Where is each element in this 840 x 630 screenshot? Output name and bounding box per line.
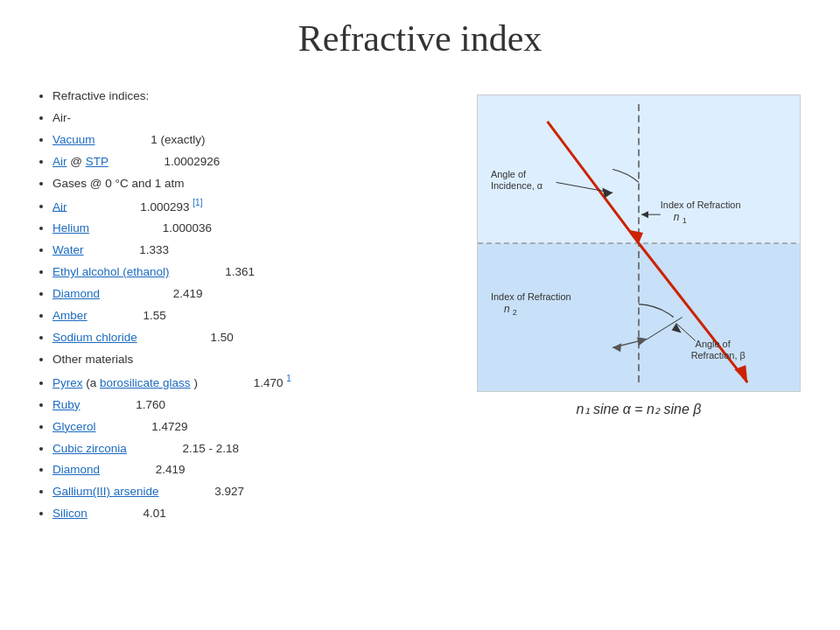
refractive-index-list: Refractive indices: Air- Vacuum 1 (exact… <box>35 86 455 525</box>
svg-text:Incidence, α: Incidence, α <box>491 180 542 191</box>
page-title: Refractive index <box>35 18 805 60</box>
svg-text:Angle of: Angle of <box>491 169 527 179</box>
ethyl-value: 1.361 <box>225 262 255 284</box>
gallium-arsenide-link[interactable]: Gallium(III) arsenide <box>52 485 159 498</box>
snells-law-formula: n₁ sine α = n₂ sine β <box>577 401 702 417</box>
list-item-gases: Gases @ 0 °C and 1 atm <box>52 173 455 195</box>
air-stp-value: 1.0002926 <box>164 151 220 173</box>
list-item-silicon: Silicon 4.01 <box>52 503 455 525</box>
list-item-gallium-arsenide: Gallium(III) arsenide 3.927 <box>52 481 455 503</box>
svg-text:Angle of: Angle of <box>696 339 732 349</box>
sodium-chloride-link[interactable]: Sodium chloride <box>52 331 137 344</box>
pyrex-link[interactable]: Pyrex <box>52 376 83 389</box>
amber-link[interactable]: Amber <box>52 309 88 322</box>
ethyl-link[interactable]: Ethyl alcohol (ethanol) <box>52 265 170 278</box>
air-link[interactable]: Air <box>52 155 67 168</box>
sodium-chloride-value: 1.50 <box>211 327 234 349</box>
diamond1-value: 2.419 <box>173 284 203 305</box>
left-panel: Refractive indices: Air- Vacuum 1 (exact… <box>35 86 455 525</box>
svg-text:Refraction, β: Refraction, β <box>691 350 746 360</box>
helium-value: 1.000036 <box>163 218 212 240</box>
diamond1-link[interactable]: Diamond <box>52 287 100 300</box>
amber-value: 1.55 <box>144 305 166 327</box>
ruby-value: 1.760 <box>136 395 165 416</box>
glycerol-value: 1.4729 <box>151 416 187 438</box>
gallium-arsenide-value: 3.927 <box>214 481 244 503</box>
list-item-vacuum: Vacuum 1 (exactly) <box>52 130 455 151</box>
refraction-diagram: Angle of Incidence, α Index of Refractio… <box>477 94 801 392</box>
other-materials-text: Other materials <box>52 353 133 366</box>
list-item-cubic-zirconia: Cubic zirconia 2.15 - 2.18 <box>52 438 455 460</box>
stp-link[interactable]: STP <box>86 155 108 168</box>
air-gas-link[interactable]: Air <box>52 200 67 213</box>
list-item-pyrex: Pyrex (a borosilicate glass ) 1.470 1 <box>52 371 455 394</box>
list-item-ruby: Ruby 1.760 <box>52 395 455 416</box>
right-panel: Angle of Incidence, α Index of Refractio… <box>472 86 805 525</box>
pyrex-paren-open: (a <box>86 376 100 389</box>
diamond2-value: 2.419 <box>156 459 186 481</box>
list-item-amber: Amber 1.55 <box>52 305 455 327</box>
at-symbol: @ <box>70 155 85 168</box>
glycerol-link[interactable]: Glycerol <box>52 420 96 433</box>
cubic-zirconia-value: 2.15 - 2.18 <box>183 438 240 460</box>
pyrex-paren-close: ) <box>193 376 198 389</box>
air-label: Air- <box>52 111 71 124</box>
pyrex-ref: 1 <box>286 374 291 383</box>
pyrex-value: 1.470 1 <box>254 371 291 394</box>
list-item-air-stp: Air @ STP 1.0002926 <box>52 151 455 173</box>
list-item-sodium-chloride: Sodium chloride 1.50 <box>52 327 455 349</box>
vacuum-value: 1 (exactly) <box>150 130 205 151</box>
svg-text:Index of Refraction: Index of Refraction <box>661 200 741 210</box>
cubic-zirconia-link[interactable]: Cubic zirconia <box>52 442 127 455</box>
gases-text: Gases @ 0 °C and 1 atm <box>52 177 184 190</box>
diamond2-link[interactable]: Diamond <box>52 463 100 476</box>
ref-1[interactable]: [1] <box>192 198 202 207</box>
svg-text:n: n <box>674 211 680 223</box>
silicon-link[interactable]: Silicon <box>52 507 88 520</box>
svg-text:2: 2 <box>513 308 517 317</box>
intro-label: Refractive indices: <box>52 89 149 102</box>
list-item-helium: Helium 1.000036 <box>52 218 455 240</box>
water-value: 1.333 <box>139 240 169 262</box>
list-item-intro: Refractive indices: <box>52 86 455 108</box>
list-item-other: Other materials <box>52 349 455 371</box>
borosilicate-link[interactable]: borosilicate glass <box>100 376 191 389</box>
air-gas-value: 1.000293 [1] <box>140 195 202 218</box>
silicon-value: 4.01 <box>144 503 166 525</box>
ruby-link[interactable]: Ruby <box>52 398 80 411</box>
list-item-water: Water 1.333 <box>52 240 455 262</box>
svg-text:1: 1 <box>682 216 687 225</box>
helium-link[interactable]: Helium <box>52 221 89 234</box>
formula-text: n₁ sine α = n₂ sine β <box>577 402 702 416</box>
list-item-air-gas: Air 1.000293 [1] <box>52 195 455 218</box>
svg-text:Index of Refraction: Index of Refraction <box>491 291 571 302</box>
svg-text:n: n <box>504 303 510 315</box>
water-link[interactable]: Water <box>52 243 84 256</box>
list-item-glycerol: Glycerol 1.4729 <box>52 416 455 438</box>
list-item-diamond2: Diamond 2.419 <box>52 459 455 481</box>
vacuum-link[interactable]: Vacuum <box>52 133 95 146</box>
list-item-diamond1: Diamond 2.419 <box>52 284 455 305</box>
list-item-ethyl: Ethyl alcohol (ethanol) 1.361 <box>52 262 455 284</box>
list-item-air-label: Air- <box>52 108 455 130</box>
